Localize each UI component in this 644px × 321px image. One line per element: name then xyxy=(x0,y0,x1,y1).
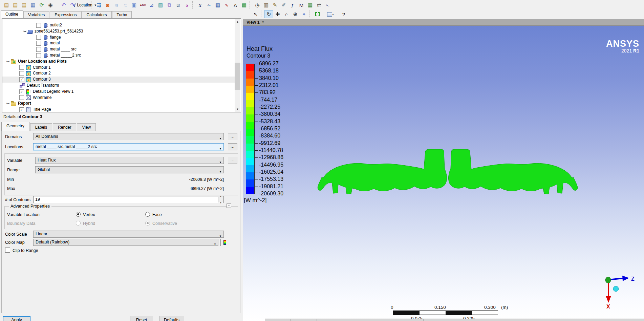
function-calculator-icon[interactable]: ƒ xyxy=(288,1,297,9)
load-results-icon[interactable]: ▤ xyxy=(2,1,11,9)
coord-frame-icon[interactable]: ⊿ xyxy=(147,1,156,9)
color-map-edit-button[interactable] xyxy=(220,239,229,246)
tab-expressions[interactable]: Expressions xyxy=(50,11,81,18)
case-comparison-icon[interactable]: ⇄ xyxy=(315,1,323,9)
details-tab-view[interactable]: View xyxy=(77,123,96,131)
zoom-box-icon[interactable]: ⊕ xyxy=(291,10,300,18)
scrollbar-thumb[interactable] xyxy=(235,63,240,90)
tree-checkbox[interactable] xyxy=(19,95,24,100)
tree-item[interactable]: Contour 2 xyxy=(2,70,235,77)
tree-checkbox[interactable] xyxy=(36,23,41,28)
tree-item[interactable]: flange xyxy=(2,35,235,41)
viewer-tab-strip[interactable] xyxy=(265,319,644,321)
command-editor-icon[interactable]: >_ xyxy=(323,1,332,9)
expressions-icon[interactable]: x xyxy=(196,1,205,9)
timestep-icon[interactable]: ◷ xyxy=(253,1,262,9)
mesh-calculator-icon[interactable]: ▦ xyxy=(306,1,315,9)
probe-icon[interactable]: ✐ xyxy=(279,1,288,9)
reload-icon[interactable]: ⟳ xyxy=(37,1,46,9)
quick-editor-icon[interactable]: ✎ xyxy=(271,1,279,9)
macro-calculator-icon[interactable]: M xyxy=(297,1,306,9)
scroll-down-icon[interactable]: ▼ xyxy=(235,106,240,112)
highlight-icon[interactable] xyxy=(313,10,322,18)
clip-plane-icon[interactable]: ⧄ xyxy=(174,1,183,9)
face-radio[interactable] xyxy=(145,212,150,217)
tab-calculators[interactable]: Calculators xyxy=(82,11,112,18)
tree-item[interactable]: metal ____ src xyxy=(2,46,235,52)
view-tab-bar[interactable]: View 1 ▼ xyxy=(243,19,644,26)
range-combo[interactable]: Global ▼ xyxy=(35,166,224,173)
save-picture-icon[interactable]: ▦ xyxy=(28,1,37,9)
volume-rendering-icon[interactable]: ▣ xyxy=(130,1,138,9)
details-tab-render[interactable]: Render xyxy=(53,123,76,131)
variables-icon[interactable]: √α xyxy=(205,1,213,9)
3d-viewport[interactable]: View 1 ▼ ANSYS 2021 R1 Heat Flux Contour… xyxy=(243,19,644,321)
tab-outline[interactable]: Outline xyxy=(1,10,23,18)
tree-item[interactable]: ✓Title Page xyxy=(2,107,235,112)
rotate-icon[interactable]: ↻ xyxy=(264,10,273,18)
tree-item[interactable]: ❯Report xyxy=(2,101,235,107)
save-state-icon[interactable]: ▤ xyxy=(20,1,28,9)
tree-item[interactable]: ❯User Locations and Plots xyxy=(2,59,235,65)
tree-item[interactable]: ❯zone5614253.prt_5614253 xyxy=(2,28,235,35)
color-map-icon[interactable]: ◕ xyxy=(183,1,191,9)
viewport-canvas[interactable]: ANSYS 2021 R1 Heat Flux Contour 3 6896.2… xyxy=(243,26,644,321)
charts-icon[interactable]: ∿ xyxy=(222,1,231,9)
tree-item[interactable]: metal _____2 src xyxy=(2,52,235,59)
fit-view-icon[interactable]: ⌖ xyxy=(300,10,308,18)
text-icon[interactable]: ABC xyxy=(138,1,147,9)
spinner-icons[interactable]: ▲▼ xyxy=(218,197,223,202)
defaults-button[interactable]: Defaults xyxy=(159,316,184,321)
undo-icon[interactable]: ↶ xyxy=(59,1,68,9)
details-tab-geometry[interactable]: Geometry xyxy=(1,122,29,131)
animation-icon[interactable]: ▥ xyxy=(262,1,271,9)
rollup-button[interactable]: − xyxy=(227,204,231,208)
tables-icon[interactable]: ▦ xyxy=(213,1,222,9)
tree-item[interactable]: metal xyxy=(2,40,235,46)
apply-button[interactable]: Apply xyxy=(3,316,30,321)
tree-scrollbar[interactable]: ▲ ▼ xyxy=(235,19,240,112)
tree-item[interactable]: Wireframe xyxy=(2,95,235,101)
instance-transform-icon[interactable]: ⧉ xyxy=(165,1,174,9)
scroll-up-icon[interactable]: ▲ xyxy=(235,19,240,24)
load-state-icon[interactable]: ▤ xyxy=(11,1,20,9)
contour-icon[interactable]: ◙ xyxy=(103,1,112,9)
details-tab-labels[interactable]: Labels xyxy=(30,123,52,131)
figure-icon[interactable]: ▩ xyxy=(240,1,249,9)
tree-item[interactable]: ✓Default Legend View 1 xyxy=(2,89,235,95)
locations-ellipsis-button[interactable]: ... xyxy=(228,143,237,150)
location-button[interactable]: Location▼ xyxy=(81,1,90,9)
vertex-radio[interactable] xyxy=(76,212,81,217)
pan-icon[interactable]: ✚ xyxy=(273,10,282,18)
domains-combo[interactable]: All Domains ▼ xyxy=(33,133,224,140)
tree-checkbox[interactable]: ✓ xyxy=(19,107,24,112)
expander-icon[interactable]: ❯ xyxy=(5,59,11,64)
tree-checkbox[interactable] xyxy=(19,71,24,76)
viewport-layout-icon[interactable]: ▾ xyxy=(326,10,335,18)
expander-icon[interactable]: ❯ xyxy=(5,101,11,106)
variable-combo[interactable]: Heat Flux ▼ xyxy=(35,157,224,164)
tree-checkbox[interactable] xyxy=(36,47,41,52)
context-help-icon[interactable]: ? xyxy=(339,10,348,18)
tab-variables[interactable]: Variables xyxy=(23,11,49,18)
streamline-icon[interactable]: ≋ xyxy=(112,1,121,9)
domains-ellipsis-button[interactable]: ... xyxy=(228,133,237,140)
contours-input[interactable]: 19 ▲▼ xyxy=(33,196,224,203)
tree-checkbox[interactable]: ✓ xyxy=(19,89,24,94)
locations-combo[interactable]: metal ____ src,metal _____2 src ▼ xyxy=(33,143,224,150)
clip-to-range-checkbox[interactable] xyxy=(5,248,10,253)
variable-ellipsis-button[interactable]: ... xyxy=(228,157,237,164)
color-scale-combo[interactable]: Linear ▼ xyxy=(33,231,224,238)
legend-icon[interactable]: ▥ xyxy=(156,1,165,9)
tree-checkbox[interactable] xyxy=(19,65,24,70)
tree-item[interactable]: Default Transform xyxy=(2,83,235,89)
particle-track-icon[interactable]: ≈ xyxy=(121,1,130,9)
tree-item[interactable]: Contour 1 xyxy=(2,65,235,71)
tree-checkbox[interactable] xyxy=(36,41,41,46)
comment-icon[interactable]: A xyxy=(231,1,240,9)
tree-checkbox[interactable] xyxy=(36,35,41,40)
reset-button[interactable]: Reset xyxy=(130,316,153,321)
tab-turbo[interactable]: Turbo xyxy=(112,11,132,18)
zoom-icon[interactable]: ⌕ xyxy=(282,10,291,18)
select-icon[interactable]: ↖ xyxy=(251,10,260,18)
